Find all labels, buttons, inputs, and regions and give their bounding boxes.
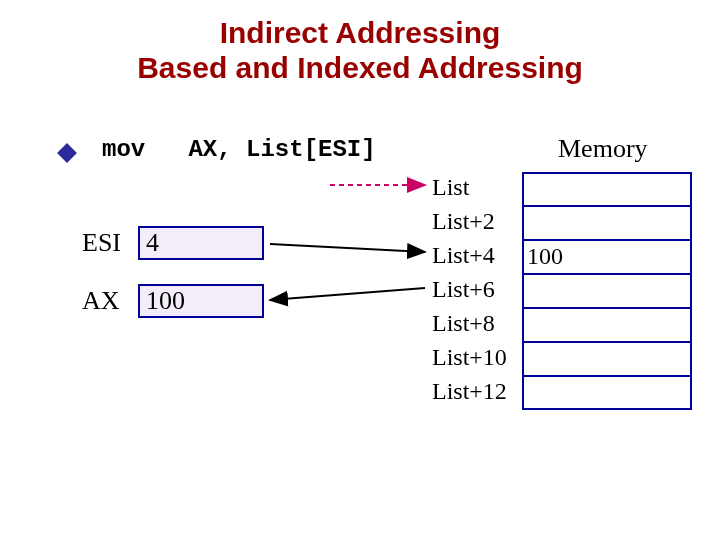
addr-1: List+2	[432, 206, 507, 240]
ax-value-box: 100	[138, 284, 264, 318]
ax-register-row: AX 100	[82, 284, 264, 318]
address-column: List List+2 List+4 List+6 List+8 List+10…	[432, 172, 507, 410]
mem-cell-4	[522, 308, 692, 342]
memory-highlight-value: 100	[527, 243, 563, 270]
addr-5: List+10	[432, 342, 507, 376]
slide-title: Indirect Addressing Based and Indexed Ad…	[0, 16, 720, 85]
esi-register-row: ESI 4	[82, 226, 264, 260]
addr-4: List+8	[432, 308, 507, 342]
instruction-line: mov AX, List[ESI]	[60, 136, 376, 163]
mem-cell-1	[522, 206, 692, 240]
addr-6: List+12	[432, 376, 507, 410]
title-line-1: Indirect Addressing	[220, 16, 501, 49]
esi-value-box: 4	[138, 226, 264, 260]
ax-value: 100	[146, 286, 185, 316]
addr-0: List	[432, 172, 507, 206]
ax-label: AX	[82, 286, 138, 316]
memory-table	[522, 172, 692, 410]
mnemonic: mov	[102, 136, 145, 163]
mem-cell-5	[522, 342, 692, 376]
mem-cell-6	[522, 376, 692, 410]
arrow-mem-to-ax	[270, 288, 425, 300]
mem-cell-3	[522, 274, 692, 308]
addr-2: List+4	[432, 240, 507, 274]
esi-label: ESI	[82, 228, 138, 258]
mem-cell-0	[522, 172, 692, 206]
operands: AX, List[ESI]	[188, 136, 375, 163]
addr-3: List+6	[432, 274, 507, 308]
esi-value: 4	[146, 228, 159, 258]
title-line-2: Based and Indexed Addressing	[137, 51, 583, 84]
arrow-esi-to-listplus4	[270, 244, 425, 252]
bullet-icon	[57, 143, 77, 163]
memory-heading: Memory	[558, 134, 648, 164]
